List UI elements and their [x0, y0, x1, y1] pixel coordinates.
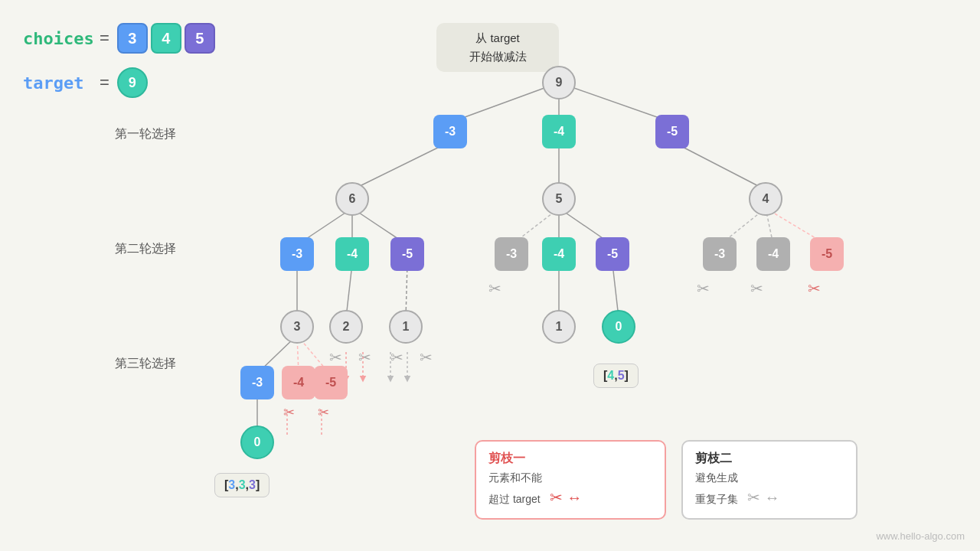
node-l1-minus3: -3	[433, 115, 467, 148]
node-l1-minus5: -5	[655, 115, 689, 148]
circle-1b: 1	[542, 310, 576, 344]
node-l3-minus5-pink: -5	[314, 366, 348, 399]
node-circle-4: 4	[749, 182, 782, 216]
scissors-4-minus3: ✂	[697, 279, 710, 298]
node-circle-1b: 1	[542, 310, 576, 344]
target-eq: =	[100, 73, 109, 93]
circle-6: 6	[335, 182, 369, 216]
prune1-callout: 剪枝一 元素和不能 超过 target ✂ ↔	[475, 440, 666, 520]
round-2-label: 第二轮选择	[115, 241, 176, 257]
node-l2-6-minus5: -5	[390, 237, 424, 271]
circle-5: 5	[542, 182, 576, 216]
node-l3-minus3-blue: -3	[240, 366, 274, 399]
node-root-9: 9	[542, 66, 576, 99]
legend: choices = 3 4 5 target = 9	[23, 23, 215, 112]
prune2-callout: 剪枝二 避免生成 重复子集 ✂ ↔	[681, 440, 858, 520]
node-circle-0-green: 0	[602, 310, 635, 344]
scissors-2-sub2: ✂	[358, 348, 371, 367]
choices-label: choices	[23, 29, 100, 48]
scissors-4-minus5: ✂	[808, 279, 821, 298]
square-l2-5-minus3-gray: -3	[495, 237, 528, 271]
node-circle-5: 5	[542, 182, 576, 216]
node-l3-minus4-pink: -4	[282, 366, 315, 399]
prune2-body: 避免生成 重复子集 ✂ ↔	[695, 470, 844, 509]
choice-3: 3	[117, 23, 148, 54]
choice-4: 4	[151, 23, 181, 54]
circle-1a: 1	[389, 310, 423, 344]
prune2-line2: 重复子集	[695, 493, 738, 505]
node-circle-0-l3: 0	[240, 425, 274, 459]
square-minus5-purple: -5	[655, 115, 689, 148]
square-minus3-blue: -3	[433, 115, 467, 148]
result-333: [3,3,3]	[214, 473, 270, 497]
square-l3-minus4-pink: -4	[282, 366, 315, 399]
round-1-label: 第一轮选择	[115, 126, 176, 142]
square-l2-5-minus5-purple: -5	[596, 237, 629, 271]
node-l2-5-minus5: -5	[596, 237, 629, 271]
scissors-1a-sub: ✂	[390, 348, 403, 367]
node-circle-3: 3	[280, 310, 314, 344]
square-l2-minus3-blue: -3	[280, 237, 314, 271]
top-callout: 从 target 开始做减法	[436, 23, 559, 72]
node-circle-1a: 1	[389, 310, 423, 344]
circle-4: 4	[749, 182, 782, 216]
node-l2-5-minus4: -4	[542, 237, 576, 271]
choice-5: 5	[185, 23, 215, 54]
square-minus4-teal: -4	[542, 115, 576, 148]
circle-0-l3: 0	[240, 425, 274, 459]
target-value: 9	[117, 67, 148, 98]
square-l2-5-minus4-teal: -4	[542, 237, 576, 271]
node-circle-6: 6	[335, 182, 369, 216]
prune2-title: 剪枝二	[695, 451, 844, 467]
watermark: www.hello-algo.com	[876, 530, 965, 542]
round-3-label: 第三轮选择	[115, 356, 176, 372]
choices-boxes: 3 4 5	[117, 23, 215, 54]
prune1-line1: 元素和不能	[488, 471, 542, 484]
node-l2-4-minus3: -3	[703, 237, 737, 271]
scissors-l3-minus4: ✂	[283, 404, 295, 421]
scissors-4-minus4: ✂	[750, 279, 763, 298]
scissors-1a-sub2: ✂	[420, 348, 433, 367]
node-l2-4-minus5: -5	[810, 237, 844, 271]
scissors-5-minus3: ✂	[488, 279, 501, 298]
choices-row: choices = 3 4 5	[23, 23, 215, 54]
square-l2-minus5-purple: -5	[390, 237, 424, 271]
target-label: target	[23, 73, 100, 93]
prune1-body: 元素和不能 超过 target ✂ ↔	[488, 470, 652, 509]
target-row: target = 9	[23, 67, 215, 98]
scissors-2-sub: ✂	[329, 348, 342, 367]
square-l3-minus3-blue: -3	[240, 366, 274, 399]
prune2-line1: 避免生成	[695, 471, 738, 484]
square-l2-minus4-teal: -4	[335, 237, 369, 271]
circle-0-green: 0	[602, 310, 635, 344]
circle-2: 2	[329, 310, 363, 344]
top-callout-line2: 开始做减法	[469, 50, 527, 63]
circle-9: 9	[542, 66, 576, 99]
top-callout-line1: 从 target	[475, 31, 520, 44]
node-l2-4-minus4: -4	[756, 237, 790, 271]
choices-eq: =	[100, 28, 109, 48]
prune1-line2: 超过 target	[488, 493, 541, 505]
node-l1-minus4: -4	[542, 115, 576, 148]
circle-3: 3	[280, 310, 314, 344]
node-circle-2: 2	[329, 310, 363, 344]
node-l2-5-minus3: -3	[495, 237, 528, 271]
scissors-l3-minus5: ✂	[318, 404, 329, 421]
square-l2-4-minus3-gray: -3	[703, 237, 737, 271]
prune1-title: 剪枝一	[488, 451, 652, 467]
node-l2-6-minus4: -4	[335, 237, 369, 271]
node-l2-6-minus3: -3	[280, 237, 314, 271]
result-45: [4,5]	[593, 364, 639, 388]
square-l2-4-minus5-pink: -5	[810, 237, 844, 271]
square-l2-4-minus4-gray: -4	[756, 237, 790, 271]
square-l3-minus5-pink: -5	[314, 366, 348, 399]
